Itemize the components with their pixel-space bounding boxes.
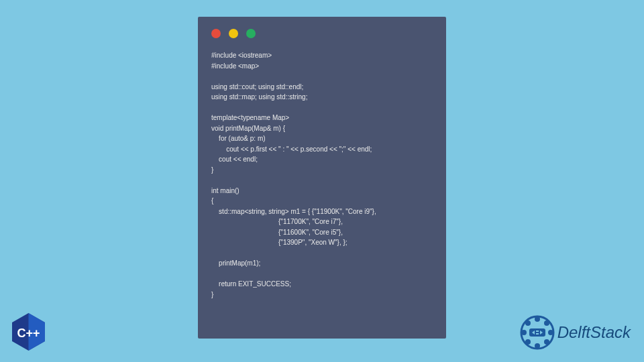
delftstack-brand-text: DelftStack	[557, 323, 631, 342]
delftstack-brand: DelftStack	[520, 315, 631, 350]
cpp-badge-text: C++	[17, 326, 40, 340]
svg-rect-14	[536, 330, 539, 332]
svg-rect-15	[536, 333, 539, 335]
traffic-lights	[211, 29, 433, 38]
svg-point-7	[535, 343, 540, 349]
svg-rect-11	[529, 328, 545, 337]
svg-point-4	[544, 320, 549, 326]
svg-point-8	[525, 339, 531, 345]
svg-point-3	[535, 316, 540, 322]
maximize-icon	[246, 29, 256, 38]
svg-point-9	[521, 330, 527, 335]
svg-point-6	[544, 339, 549, 345]
close-icon	[211, 29, 221, 38]
cpp-badge-icon: C++	[10, 312, 47, 352]
code-content: #include <iostream> #include <map> using…	[211, 50, 433, 300]
delftstack-logo-icon	[520, 315, 555, 350]
svg-point-5	[548, 330, 553, 335]
minimize-icon	[229, 29, 238, 38]
svg-point-10	[525, 320, 531, 326]
code-window: #include <iostream> #include <map> using…	[198, 17, 446, 339]
